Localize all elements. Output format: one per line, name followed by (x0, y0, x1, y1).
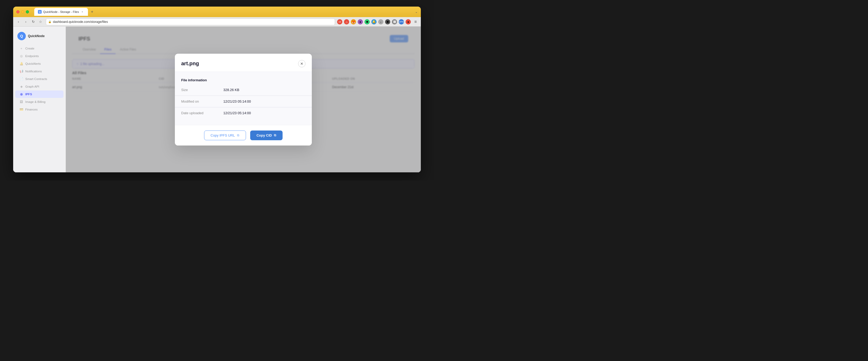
logo-text: QuickNode (28, 34, 44, 38)
content-area: Q QuickNode ＋ Create ◎ Endpoints 🔔 Quick… (13, 27, 421, 172)
sidebar-label-quickalerts: QuickAlerts (25, 62, 41, 65)
modal-title: art.png (181, 61, 199, 67)
sidebar-item-finances[interactable]: 💳 Finances (15, 106, 63, 113)
modal-header: art.png ✕ (175, 54, 312, 72)
sidebar-label-create: Create (25, 47, 34, 50)
new-tab-button[interactable]: + (89, 9, 95, 15)
main-panel: IPFS Upload Overview Files Active Files … (66, 27, 421, 172)
window-chevron-icon: ⌄ (415, 10, 418, 14)
tab-bar: Q QuickNode - Storage - Files × + (34, 8, 95, 16)
file-size-row: Size 328.26 KB (181, 86, 306, 93)
quickalerts-icon: 🔔 (20, 62, 23, 66)
image-billing-icon: 🖼 (20, 100, 23, 104)
file-info-modal: art.png ✕ File information Size 328.26 K… (175, 54, 312, 145)
tab-close-button[interactable]: × (81, 10, 84, 14)
file-modified-row: Modified on 12/21/23 05:14:00 (181, 98, 306, 105)
finances-icon: 💳 (20, 108, 23, 111)
copy-ipfs-url-button[interactable]: Copy IPFS URL ⧉ (204, 131, 246, 140)
modal-footer: Copy IPFS URL ⧉ Copy CID ⧉ (175, 125, 312, 145)
separator-2 (175, 107, 312, 107)
extension-4-icon[interactable]: ● (358, 19, 363, 25)
copy-cid-button[interactable]: Copy CID ⧉ (250, 131, 283, 140)
minimize-button[interactable] (21, 10, 24, 13)
sidebar-toggle-icon[interactable]: ▣ (385, 19, 390, 25)
modal-overlay: art.png ✕ File information Size 328.26 K… (66, 27, 421, 172)
extension-1-icon[interactable]: 15 (337, 19, 342, 25)
maximize-button[interactable] (26, 10, 29, 13)
nav-buttons: ‹ › ↻ ☆ (15, 19, 44, 25)
notifications-icon: 📢 (20, 69, 23, 73)
sidebar-label-smart-contracts: Smart Contracts (25, 77, 47, 80)
sidebar-item-quickalerts[interactable]: 🔔 QuickAlerts (15, 60, 63, 67)
reload-button[interactable]: ↻ (30, 19, 36, 25)
size-label: Size (181, 88, 223, 92)
address-bar: ‹ › ↻ ☆ 🔒 dashboard.quicknode.com/storag… (13, 17, 421, 27)
back-button[interactable]: ‹ (15, 19, 22, 25)
endpoints-icon: ◎ (20, 54, 23, 58)
title-bar: Q QuickNode - Storage - Files × + ⌄ (13, 7, 421, 17)
modal-close-button[interactable]: ✕ (298, 60, 306, 67)
smart-contracts-icon: 📄 (20, 77, 23, 81)
create-icon: ＋ (20, 46, 23, 50)
browser-window: Q QuickNode - Storage - Files × + ⌄ ‹ › … (13, 7, 421, 172)
extension-2-icon[interactable]: △ (344, 19, 349, 25)
copy-ipfs-url-label: Copy IPFS URL (211, 133, 235, 137)
sidebar-label-graph-api: Graph API (25, 85, 39, 88)
profile-icon[interactable]: ● (406, 19, 411, 25)
sidebar-label-ipfs: IPFS (25, 93, 32, 96)
forward-button[interactable]: › (23, 19, 29, 25)
sidebar-item-smart-contracts[interactable]: 📄 Smart Contracts (15, 75, 63, 83)
logo-icon: Q (18, 32, 26, 40)
uploaded-value: 12/21/23 05:14:00 (223, 111, 251, 115)
tab-label: QuickNode - Storage - Files (43, 10, 79, 13)
close-icon: ✕ (300, 62, 303, 66)
uploaded-label: Date uploaded (181, 111, 223, 115)
screenshot-icon[interactable]: ⬜ (392, 19, 397, 25)
extension-6-icon[interactable]: 🔔 (371, 19, 377, 25)
tab-favicon: Q (38, 10, 41, 14)
url-bar[interactable]: 🔒 dashboard.quicknode.com/storage/files (46, 19, 335, 25)
sidebar-logo: Q QuickNode (13, 30, 66, 44)
size-value: 328.26 KB (223, 88, 239, 92)
traffic-lights (16, 10, 29, 13)
file-uploaded-row: Date uploaded 12/21/23 05:14:00 (181, 109, 306, 117)
file-info-title: File information (181, 78, 306, 82)
modified-label: Modified on (181, 99, 223, 103)
close-button[interactable] (16, 10, 20, 13)
active-tab[interactable]: Q QuickNode - Storage - Files × (34, 8, 88, 16)
sidebar-label-endpoints: Endpoints (25, 55, 39, 58)
sidebar-item-image-billing[interactable]: 🖼 Image & Billing (15, 98, 63, 105)
vpn-icon[interactable]: VPN (399, 19, 404, 25)
sidebar-label-notifications: Notifications (25, 70, 42, 73)
sidebar-label-finances: Finances (25, 108, 38, 111)
lock-icon: 🔒 (48, 20, 51, 23)
graph-api-icon: ◈ (20, 85, 23, 89)
modal-body: File information Size 328.26 KB Modified… (175, 72, 312, 125)
file-info-section: File information Size 328.26 KB Modified… (181, 78, 306, 117)
download-icon[interactable]: ↓ (378, 19, 383, 25)
modified-value: 12/21/23 05:14:00 (223, 99, 251, 103)
extension-3-icon[interactable]: 🦊 (351, 19, 356, 25)
sidebar-item-endpoints[interactable]: ◎ Endpoints (15, 52, 63, 60)
sidebar-item-create[interactable]: ＋ Create (15, 45, 63, 52)
sidebar-item-graph-api[interactable]: ◈ Graph API (15, 83, 63, 90)
extension-5-icon[interactable]: ◆ (365, 19, 370, 25)
copy-cid-icon: ⧉ (274, 133, 276, 137)
sidebar-label-image-billing: Image & Billing (25, 100, 45, 103)
bookmark-button[interactable]: ☆ (37, 19, 44, 25)
copy-cid-label: Copy CID (256, 133, 272, 137)
sidebar-item-ipfs[interactable]: ◉ IPFS (15, 91, 63, 98)
url-text: dashboard.quicknode.com/storage/files (53, 20, 108, 24)
menu-button[interactable]: ≡ (412, 19, 419, 25)
ipfs-icon: ◉ (20, 92, 23, 96)
copy-ipfs-url-icon: ⧉ (237, 133, 239, 137)
browser-toolbar: 15 △ 🦊 ● ◆ 🔔 ↓ ▣ ⬜ VPN ● ≡ (337, 19, 419, 25)
sidebar-item-notifications[interactable]: 📢 Notifications (15, 68, 63, 75)
sidebar: Q QuickNode ＋ Create ◎ Endpoints 🔔 Quick… (13, 27, 66, 172)
